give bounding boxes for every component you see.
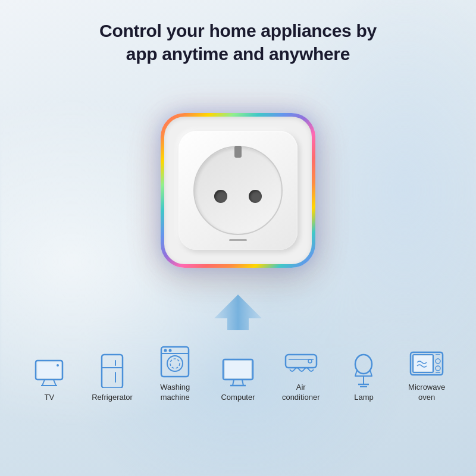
- washing-machine-icon: [159, 345, 190, 378]
- socket-holes: [214, 190, 262, 203]
- socket-bottom-indicator: [229, 239, 247, 241]
- refrigerator-icon: [99, 353, 126, 388]
- svg-point-16: [170, 359, 180, 368]
- svg-point-6: [57, 364, 59, 367]
- svg-point-13: [164, 349, 167, 352]
- appliance-computer: Computer: [206, 358, 270, 403]
- appliance-lamp: Lamp: [333, 353, 396, 403]
- socket-circle: [193, 146, 283, 235]
- tv-icon: [33, 359, 65, 388]
- svg-point-24: [308, 359, 312, 363]
- lamp-label: Lamp: [354, 393, 374, 403]
- socket-hole-right: [249, 190, 262, 203]
- microwave-oven-icon: [409, 349, 444, 378]
- svg-rect-18: [225, 361, 251, 378]
- air-conditioner-icon: [284, 353, 318, 378]
- svg-point-34: [436, 366, 440, 371]
- computer-label: Computer: [221, 393, 255, 403]
- upward-arrow-icon: [202, 292, 274, 333]
- svg-point-15: [167, 356, 183, 371]
- svg-line-20: [242, 380, 243, 386]
- appliance-tv: TV: [18, 359, 81, 403]
- appliance-washing-machine: Washingmachine: [143, 345, 206, 403]
- main-content: Control your home appliances by app anyt…: [0, 0, 476, 476]
- air-conditioner-label: Airconditioner: [282, 383, 320, 403]
- microwave-oven-label: Microwaveoven: [408, 383, 445, 403]
- appliance-refrigerator: Refrigerator: [81, 353, 144, 403]
- svg-marker-0: [214, 295, 262, 330]
- appliances-row: TV Refrigerator: [12, 345, 464, 403]
- svg-line-3: [42, 380, 45, 386]
- page-title: Control your home appliances by app anyt…: [99, 19, 377, 65]
- tv-label: TV: [45, 393, 55, 403]
- appliance-air-conditioner: Airconditioner: [270, 353, 333, 403]
- socket-hole-left: [214, 190, 227, 203]
- svg-line-19: [233, 380, 234, 386]
- arrow-container: [178, 292, 298, 339]
- refrigerator-label: Refrigerator: [92, 393, 133, 403]
- computer-icon: [221, 358, 255, 388]
- appliance-microwave-oven: Microwaveoven: [395, 349, 458, 403]
- svg-point-33: [436, 359, 440, 364]
- smart-plug-outer: [161, 113, 315, 268]
- svg-point-14: [169, 349, 172, 352]
- smart-plug-area: [137, 77, 339, 303]
- svg-rect-7: [102, 355, 123, 388]
- washing-machine-label: Washingmachine: [160, 383, 190, 403]
- svg-point-25: [355, 355, 372, 374]
- socket-face: [178, 131, 298, 250]
- smart-plug-inner: [164, 117, 312, 264]
- lamp-icon: [351, 353, 376, 388]
- socket-grounding-pin: [234, 146, 242, 158]
- svg-line-4: [54, 380, 56, 386]
